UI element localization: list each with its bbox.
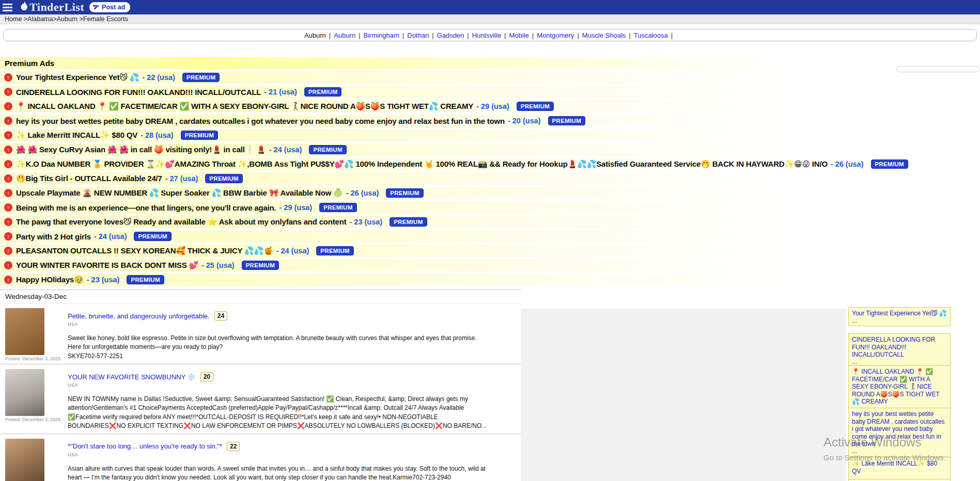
- up-arrow-icon: ↑: [4, 247, 12, 255]
- premium-ad-age-link[interactable]: - 23 (usa): [349, 218, 382, 226]
- city-link[interactable]: Gadsden: [437, 31, 464, 39]
- premium-ad-age-link[interactable]: - 24 (usa): [276, 247, 309, 255]
- listing-left-column: Posted: December 3, 2025: [5, 369, 60, 431]
- premium-ad-age-link[interactable]: - 29 (usa): [279, 203, 312, 212]
- premium-ad-row[interactable]: ↑ YOUR WINTER FAVORITE IS BACK DONT MISS…: [0, 259, 808, 271]
- sidebar-ad-box[interactable]: Your Tightest Experience Yet😼 💦 ...: [848, 307, 951, 326]
- premium-ad-row[interactable]: ↑ Happy HOlidays🥹 - 23 (usa) PREMIUM: [0, 274, 808, 286]
- premium-ad-age-link[interactable]: - 26 (usa): [831, 160, 864, 168]
- premium-ad-age-link[interactable]: - 21 (usa): [264, 88, 297, 96]
- premium-ad-title[interactable]: Happy HOlidays🥹: [16, 275, 84, 284]
- sidebar-ad-more: ...: [852, 359, 947, 365]
- premium-ad-title[interactable]: hey its your best wettes petite baby DRE…: [16, 117, 505, 125]
- sidebar-ad-title[interactable]: Your Tightest Experience Yet😼 💦: [852, 310, 947, 317]
- premium-ad-row[interactable]: ↑ PLEASANTON OUTCALLS !! SEXY KOREAN🥰 TH…: [0, 245, 808, 257]
- premium-badge: PREMIUM: [304, 87, 341, 97]
- listing-thumbnail[interactable]: [5, 369, 44, 416]
- premium-ad-row[interactable]: ↑ Party with 2 Hot girls - 24 (usa) PREM…: [0, 230, 808, 243]
- premium-ad-age-link[interactable]: - 23 (usa): [87, 276, 120, 284]
- premium-ad-row[interactable]: ↑ ✨K.O Daa NUMBER 🏅 PROVIDER ⌛✨💕AMAZING …: [0, 158, 808, 170]
- premium-ad-age-link[interactable]: - 22 (usa): [142, 73, 175, 82]
- premium-ad-title[interactable]: ✨K.O Daa NUMBER 🏅 PROVIDER ⌛✨💕AMAZING Th…: [16, 159, 828, 169]
- listing-description: Sweet like honey, bold like espresso. Pe…: [68, 334, 487, 352]
- premium-ad-age-link[interactable]: - 24 (usa): [94, 232, 127, 241]
- site-logo[interactable]: TinderList: [20, 1, 84, 14]
- city-link[interactable]: Huntsville: [472, 31, 501, 39]
- premium-badge: PREMIUM: [309, 145, 346, 154]
- sidebar-ad-title[interactable]: CINDERELLA LOOKING FOR FUN!!! OAKLAND!!!…: [852, 336, 947, 359]
- premium-ad-row[interactable]: ↑ 🌺 🌺 Sexy CuRvy Asian 🌺 🌺 in call 🍑 vis…: [0, 143, 808, 156]
- city-link[interactable]: Muscle Shoals: [582, 31, 626, 39]
- premium-ad-title[interactable]: Party with 2 Hot girls: [16, 232, 91, 241]
- sidebar-ad-box[interactable]: ✨ Lake Merritt INCALL✨ $80 QV ...: [848, 457, 951, 481]
- city-separator: |: [671, 31, 673, 39]
- breadcrumb-text[interactable]: Home >Alabama>Auburn >Female Escorts: [5, 15, 128, 23]
- city-current: Auburn: [304, 31, 326, 39]
- city-link[interactable]: Mobile: [509, 31, 528, 39]
- sidebar-ad-title[interactable]: 📍 INCALL OAKLAND 📍 ✅ FACETIME/CAR ✅ WITH…: [852, 368, 947, 406]
- premium-ad-row[interactable]: ↑ The pawg that everyone loves😼 Ready an…: [0, 216, 808, 228]
- listing-item: Posted: December 3, 2025 *"Don't stare t…: [0, 435, 521, 481]
- city-separator: |: [629, 31, 630, 39]
- sidebar-ad-title[interactable]: hey its your best wettes petite baby DRE…: [852, 410, 947, 448]
- premium-ad-row[interactable]: ↑ Upscale Playmate 🌋 NEW NUMBER 💦 Super …: [0, 187, 808, 199]
- premium-badge: PREMIUM: [386, 188, 423, 198]
- sidebar-ad-box[interactable]: CINDERELLA LOOKING FOR FUN!!! OAKLAND!!!…: [848, 333, 951, 367]
- city-separator: |: [329, 31, 331, 39]
- up-arrow-icon: ↑: [4, 117, 12, 125]
- sidebar-ad-box[interactable]: hey its your best wettes petite baby DRE…: [848, 408, 951, 457]
- premium-ad-row[interactable]: ↑ Being with me is an experience—one tha…: [0, 201, 808, 214]
- premium-ad-title[interactable]: 📍 INCALL OAKLAND 📍 ✅ FACETIME/CAR ✅ WITH…: [16, 102, 473, 111]
- listing-body: Petite, brunette, and dangerously unforg…: [68, 308, 521, 361]
- up-arrow-icon: ↑: [4, 218, 12, 226]
- listing-body: *"Don't stare too long… unless you're re…: [68, 439, 521, 481]
- city-link[interactable]: Auburn: [334, 31, 355, 39]
- premium-ad-row[interactable]: ↑ CINDERELLA LOOKING FOR FUN!!! OAKLAND!…: [0, 86, 808, 98]
- listing-title-link[interactable]: *"Don't stare too long… unless you're re…: [68, 442, 222, 450]
- post-ad-button[interactable]: Post ad: [89, 2, 130, 12]
- listing-thumbnail[interactable]: [5, 308, 44, 355]
- flame-icon: [20, 1, 29, 14]
- city-link[interactable]: Tuscaloosa: [634, 31, 668, 39]
- age-badge: 24: [214, 311, 227, 320]
- city-separator: |: [432, 31, 433, 39]
- premium-ad-title[interactable]: PLEASANTON OUTCALLS !! SEXY KOREAN🥰 THIC…: [16, 246, 273, 255]
- premium-ad-row[interactable]: ↑ ✨ Lake Merritt INCALL✨ $80 QV - 28 (us…: [0, 129, 808, 141]
- menu-icon[interactable]: [0, 0, 15, 14]
- listing-title-link[interactable]: Petite, brunette, and dangerously unforg…: [68, 312, 210, 320]
- premium-ad-age-link[interactable]: - 26 (usa): [346, 189, 379, 197]
- premium-ad-row[interactable]: ↑ Your Tightest Experience Yet😼 💦 - 22 (…: [0, 71, 808, 84]
- premium-ad-title[interactable]: Upscale Playmate 🌋 NEW NUMBER 💦 Super So…: [16, 188, 343, 198]
- premium-ad-row[interactable]: ↑ 📍 INCALL OAKLAND 📍 ✅ FACETIME/CAR ✅ WI…: [0, 100, 808, 113]
- city-link[interactable]: Dothan: [407, 31, 429, 39]
- date-header: Wednesday-03-Dec: [0, 290, 521, 304]
- premium-ad-title[interactable]: ✨ Lake Merritt INCALL✨ $80 QV: [16, 131, 137, 140]
- premium-ad-row[interactable]: ↑ hey its your best wettes petite baby D…: [0, 115, 808, 127]
- premium-ad-title[interactable]: Being with me is an experience—one that …: [16, 203, 276, 212]
- premium-ad-row[interactable]: ↑ 🤭Big Tits Girl - OUTCALL Available 24/…: [0, 172, 808, 185]
- listing-thumbnail[interactable]: [5, 439, 44, 481]
- premium-badge: PREMIUM: [134, 232, 171, 241]
- sidebar-ad-box[interactable]: 🌺 🌺 Sexy CuRvy Asian 🌺 🌺 in call 🍑 visit…: [848, 479, 951, 481]
- premium-ad-age-link[interactable]: - 29 (usa): [476, 102, 509, 110]
- premium-ad-title[interactable]: 🌺 🌺 Sexy CuRvy Asian 🌺 🌺 in call 🍑 visit…: [16, 145, 266, 154]
- premium-ad-age-link[interactable]: - 24 (usa): [269, 146, 302, 154]
- up-arrow-icon: ↑: [4, 73, 12, 82]
- premium-ad-title[interactable]: CINDERELLA LOOKING FOR FUN!!! OAKLAND!!!…: [16, 88, 261, 97]
- premium-ad-title[interactable]: 🤭Big Tits Girl - OUTCALL Available 24/7: [16, 174, 162, 183]
- city-link[interactable]: Montgomery: [537, 31, 574, 39]
- listing-title-link[interactable]: YOUR NEW FAVORITE SNOWBUNNY ❄️: [68, 373, 196, 381]
- sidebar-ad-title[interactable]: ✨ Lake Merritt INCALL✨ $80 QV: [852, 460, 947, 475]
- premium-ad-title[interactable]: YOUR WINTER FAVORITE IS BACK DONT MISS 💕: [16, 261, 198, 270]
- up-arrow-icon: ↑: [4, 131, 12, 139]
- premium-ad-age-link[interactable]: - 27 (usa): [165, 174, 198, 183]
- premium-ad-title[interactable]: The pawg that everyone loves😼 Ready and …: [16, 217, 346, 227]
- listing-left-column: Posted: December 3, 2025: [5, 308, 60, 361]
- sidebar-ad-box[interactable]: 📍 INCALL OAKLAND 📍 ✅ FACETIME/CAR ✅ WITH…: [848, 365, 951, 414]
- premium-badge: PREMIUM: [871, 159, 908, 169]
- premium-ad-age-link[interactable]: - 25 (usa): [201, 261, 235, 269]
- city-link[interactable]: Birmingham: [364, 31, 399, 39]
- premium-ad-age-link[interactable]: - 20 (usa): [508, 117, 541, 125]
- premium-ad-age-link[interactable]: - 28 (usa): [141, 131, 174, 139]
- premium-ad-title[interactable]: Your Tightest Experience Yet😼 💦: [16, 73, 139, 82]
